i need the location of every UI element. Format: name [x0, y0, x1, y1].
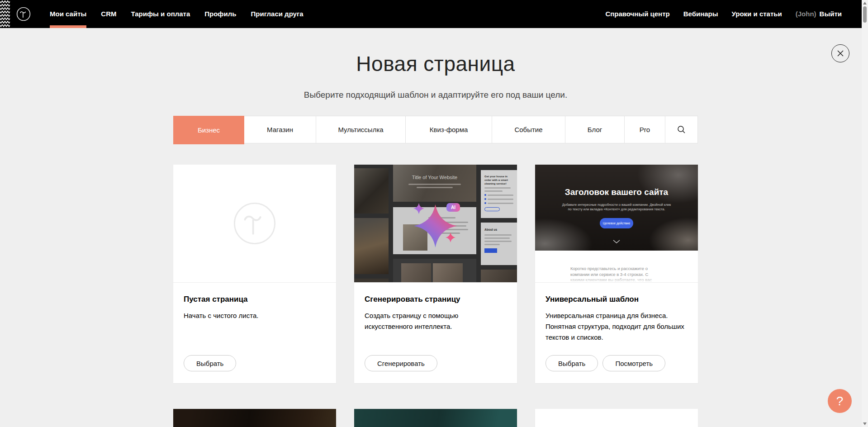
scrollbar[interactable]	[862, 0, 868, 427]
collage-panel-service-title: Get your house in order with a smart cle…	[484, 175, 513, 185]
page-title: Новая страница	[173, 52, 698, 76]
tab-business[interactable]: Бизнес	[173, 116, 244, 144]
nav-item-webinars[interactable]: Вебинары	[683, 0, 718, 28]
template-hero: Заголовок вашего сайта Добавьте интересн…	[535, 165, 698, 251]
template-hero-subtitle: Добавьте интересные подробности о вашей …	[560, 203, 673, 212]
template-card-partial[interactable]	[354, 409, 517, 427]
collage-photo-livingroom	[354, 218, 389, 274]
tab-pro[interactable]: Pro	[625, 116, 665, 143]
nav-item-my-sites[interactable]: Мои сайты	[50, 0, 86, 28]
card-body: Пустая страница Начать с чистого листа. …	[173, 283, 336, 383]
nav-right-menu: Справочный центр Вебинары Уроки и статьи…	[605, 0, 842, 28]
universal-template-preview[interactable]: Заголовок вашего сайта Добавьте интересн…	[535, 165, 698, 283]
new-page-dialog: Новая страница Выберите подходящий шабло…	[173, 28, 698, 427]
card-body: Сгенерировать страницу Создать страницу …	[354, 283, 517, 383]
tilda-watermark-icon	[233, 202, 276, 245]
template-card-universal: Заголовок вашего сайта Добавьте интересн…	[535, 165, 698, 383]
card-description: Универсальная страница для бизнеса. Поня…	[545, 310, 688, 343]
card-description: Создать страницу с помощью искусственног…	[365, 310, 507, 332]
template-cards-row: Пустая страница Начать с чистого листа. …	[173, 165, 698, 383]
choose-blank-button[interactable]: Выбрать	[184, 355, 236, 371]
ai-sparkle-tiny-icon	[446, 232, 455, 242]
nav-item-lessons[interactable]: Уроки и статьи	[732, 0, 782, 28]
logout-link[interactable]: Выйти	[820, 0, 842, 28]
choose-template-button[interactable]: Выбрать	[545, 355, 598, 371]
collage-photo-strip	[393, 259, 476, 283]
collage-hero-tile: Title of Your Website	[393, 165, 476, 202]
collage-about-title: About us	[484, 228, 513, 231]
card-body: Универсальный шаблон Универсальная стран…	[535, 283, 698, 383]
collage-photo-partial	[354, 279, 389, 283]
user-name: (John)	[796, 0, 816, 28]
tab-search[interactable]	[665, 116, 697, 143]
ai-badge: AI	[446, 203, 460, 212]
nav-left-menu: Мои сайты CRM Тарифы и оплата Профиль Пр…	[50, 0, 304, 28]
view-template-button[interactable]: Посмотреть	[602, 355, 665, 371]
blank-page-preview[interactable]	[173, 165, 336, 283]
template-cards-row-partial	[173, 409, 698, 427]
tab-shop[interactable]: Магазин	[244, 116, 316, 143]
preview-fade	[535, 278, 698, 282]
tab-blog[interactable]: Блог	[565, 116, 625, 143]
close-icon	[837, 50, 844, 57]
help-button[interactable]: ?	[828, 389, 852, 413]
collage-hero-title: Title of Your Website	[393, 175, 476, 180]
search-icon	[677, 125, 686, 134]
nav-item-crm[interactable]: CRM	[101, 0, 116, 28]
template-card-ai-generate: Title of Your Website Get your hou	[354, 165, 517, 383]
tab-quiz-form[interactable]: Квиз-форма	[406, 116, 492, 143]
nav-item-help-center[interactable]: Справочный центр	[605, 0, 669, 28]
nav-item-profile[interactable]: Профиль	[204, 0, 236, 28]
page-subtitle: Выберите подходящий шаблон и адаптируйте…	[173, 90, 698, 100]
close-button[interactable]	[831, 44, 849, 62]
template-category-tabs: Бизнес Магазин Мультиссылка Квиз-форма С…	[173, 116, 698, 143]
card-title: Универсальный шаблон	[545, 295, 688, 304]
ai-sparkle-small-icon	[413, 203, 424, 214]
chevron-down-icon	[613, 240, 620, 243]
tab-event[interactable]: Событие	[492, 116, 565, 143]
template-card-partial[interactable]	[535, 409, 698, 427]
ai-generate-preview[interactable]: Title of Your Website Get your hou	[354, 165, 517, 283]
zigzag-decoration	[0, 0, 10, 28]
template-hero-title: Заголовок вашего сайта	[535, 187, 698, 197]
collage-panel-about: About us	[481, 223, 517, 265]
nav-item-invite-friend[interactable]: Пригласи друга	[251, 0, 303, 28]
generate-button[interactable]: Сгенерировать	[365, 355, 437, 371]
card-title: Пустая страница	[184, 295, 326, 304]
template-card-partial[interactable]	[173, 409, 336, 427]
nav-item-tariffs[interactable]: Тарифы и оплата	[131, 0, 190, 28]
scroll-down-arrow[interactable]	[863, 422, 867, 425]
tilda-logo[interactable]	[16, 7, 31, 21]
tab-multilink[interactable]: Мультиссылка	[316, 116, 406, 143]
collage-photo-bottom-right	[481, 270, 517, 283]
top-nav: Мои сайты CRM Тарифы и оплата Профиль Пр…	[0, 0, 862, 28]
collage-panel-service: Get your house in order with a smart cle…	[481, 170, 517, 218]
collage-photo-desk	[354, 168, 389, 214]
template-cta-button: Целевое действие	[600, 218, 633, 228]
template-card-blank-page: Пустая страница Начать с чистого листа. …	[173, 165, 336, 383]
user-menu: (John) Выйти	[796, 0, 842, 28]
card-title: Сгенерировать страницу	[365, 295, 507, 304]
scrollbar-thumb[interactable]	[863, 6, 867, 23]
scroll-up-arrow[interactable]	[863, 2, 867, 5]
card-description: Начать с чистого листа.	[184, 310, 326, 321]
